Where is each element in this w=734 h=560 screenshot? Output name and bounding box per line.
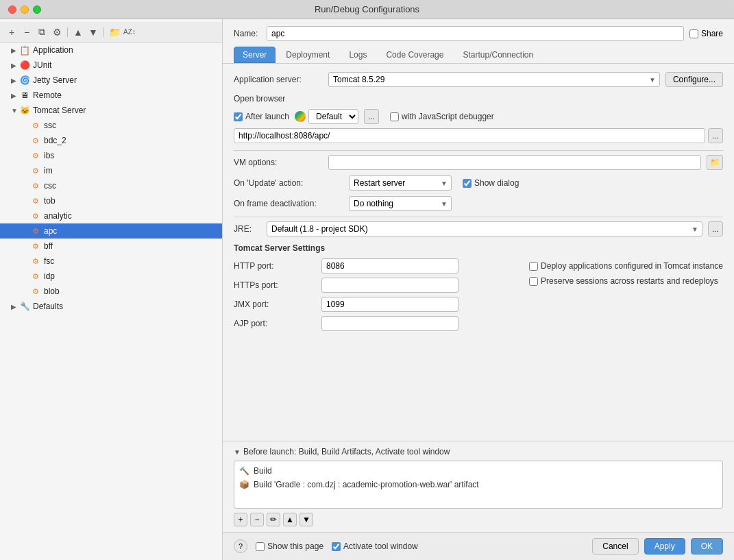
show-dialog-label: Show dialog (463, 178, 519, 188)
sidebar-item-jetty[interactable]: ▶ 🌀 Jetty Server (0, 73, 222, 88)
titlebar: Run/Debug Configurations (0, 0, 734, 19)
show-page-label: Show this page (256, 541, 323, 551)
url-options-button[interactable]: ... (708, 128, 723, 143)
sidebar-item-blob[interactable]: ⚙ blob (0, 284, 222, 299)
on-frame-row: On frame deactivation: Do nothing ▼ (234, 196, 723, 211)
preserve-sessions-label: Preserve sessions across restarts and re… (529, 276, 723, 286)
sidebar-item-idp[interactable]: ⚙ idp (0, 269, 222, 284)
before-launch-up-button[interactable]: ▲ (283, 513, 297, 526)
url-input[interactable] (234, 128, 705, 143)
jmx-port-input[interactable] (321, 297, 458, 312)
show-dialog-checkbox[interactable] (463, 179, 472, 188)
sidebar-item-bdc2[interactable]: ⚙ bdc_2 (0, 133, 222, 148)
share-checkbox[interactable] (689, 29, 698, 38)
sidebar-item-tob[interactable]: ⚙ tob (0, 193, 222, 208)
config-icon: ⚙ (30, 165, 41, 176)
app-server-select[interactable]: Tomcat 8.5.29 (328, 72, 660, 87)
folder-button[interactable]: 📁 (108, 26, 121, 38)
jre-options-button[interactable]: ... (708, 221, 723, 236)
deploy-apps-checkbox[interactable] (529, 262, 538, 271)
tomcat-settings-title: Tomcat Server Settings (234, 243, 723, 253)
after-launch-checkbox[interactable] (234, 112, 243, 121)
https-port-input[interactable] (321, 278, 458, 293)
move-down-button[interactable]: ▼ (87, 26, 99, 38)
tab-server[interactable]: Server (234, 47, 276, 63)
on-frame-select[interactable]: Do nothing (349, 196, 452, 211)
vm-options-folder-button[interactable]: 📁 (707, 155, 723, 170)
vm-options-row: VM options: 📁 (234, 155, 723, 170)
sidebar-item-defaults[interactable]: ▶ 🔧 Defaults (0, 299, 222, 314)
add-config-button[interactable]: + (5, 26, 18, 38)
move-up-button[interactable]: ▲ (72, 26, 84, 38)
sidebar-item-tomcat[interactable]: ▼ 🐱 Tomcat Server (0, 103, 222, 118)
defaults-icon: 🔧 (19, 301, 30, 312)
name-input[interactable] (267, 26, 684, 41)
jmx-port-label: JMX port: (234, 300, 316, 309)
sidebar-item-label: Jetty Server (33, 75, 77, 85)
remote-icon: 🖥 (19, 90, 30, 101)
sidebar-item-ibs[interactable]: ⚙ ibs (0, 148, 222, 163)
https-port-label: HTTPs port: (234, 280, 316, 290)
sidebar-item-apc[interactable]: ⚙ apc (0, 223, 222, 239)
after-launch-label: After launch (234, 112, 289, 121)
show-page-checkbox[interactable] (256, 542, 265, 551)
close-button[interactable] (8, 5, 16, 14)
open-browser-section-label: Open browser (234, 94, 723, 104)
sidebar-item-remote[interactable]: ▶ 🖥 Remote (0, 88, 222, 103)
tab-code-coverage[interactable]: Code Coverage (377, 47, 452, 63)
jre-row: JRE: Default (1.8 - project SDK) ▼ ... (234, 221, 723, 236)
on-frame-select-wrap: Do nothing ▼ (349, 196, 452, 211)
ok-button[interactable]: OK (691, 538, 723, 555)
sidebar-item-label: tob (44, 196, 56, 206)
http-port-input[interactable] (321, 258, 458, 273)
minimize-button[interactable] (21, 5, 29, 14)
on-update-row: On 'Update' action: Restart server ▼ Sho… (234, 175, 723, 191)
jre-select[interactable]: Default (1.8 - project SDK) (267, 221, 702, 236)
activate-tool-checkbox[interactable] (332, 542, 341, 551)
on-update-select[interactable]: Restart server (349, 175, 452, 191)
tab-startup-connection[interactable]: Startup/Connection (454, 47, 542, 63)
before-launch-down-button[interactable]: ▼ (299, 513, 313, 526)
browser-select-wrap: Default (295, 109, 358, 124)
maximize-button[interactable] (33, 5, 41, 14)
preserve-sessions-checkbox[interactable] (529, 277, 538, 286)
ports-section: HTTP port: HTTPs port: JMX port: (234, 258, 502, 335)
browser-options-button[interactable]: ... (364, 109, 379, 124)
before-launch-remove-button[interactable]: − (250, 513, 264, 526)
sidebar-item-bff[interactable]: ⚙ bff (0, 239, 222, 254)
cancel-button[interactable]: Cancel (592, 538, 638, 555)
sidebar-item-label: apc (44, 226, 57, 236)
sidebar-item-analytic[interactable]: ⚙ analytic (0, 208, 222, 223)
junit-icon: 🔴 (19, 60, 30, 71)
vm-options-input[interactable] (328, 155, 701, 170)
before-launch-edit-button[interactable]: ✏ (267, 513, 280, 526)
configure-button[interactable]: Configure... (665, 72, 723, 87)
jmx-port-row: JMX port: (234, 297, 502, 312)
sidebar-item-label: blob (44, 287, 60, 296)
help-button[interactable]: ? (234, 539, 247, 553)
config-icon: ⚙ (30, 241, 41, 252)
launch-item-build-artifact: 📦 Build 'Gradle : com.dzj : academic-pro… (238, 478, 718, 491)
tab-logs[interactable]: Logs (340, 47, 376, 63)
sidebar-item-im[interactable]: ⚙ im (0, 163, 222, 178)
http-port-label: HTTP port: (234, 261, 316, 271)
js-debugger-checkbox[interactable] (390, 112, 399, 121)
sidebar-item-fsc[interactable]: ⚙ fsc (0, 254, 222, 269)
tab-deployment[interactable]: Deployment (277, 47, 339, 63)
browser-select[interactable]: Default (308, 109, 358, 124)
sidebar-item-application[interactable]: ▶ 📋 Application (0, 42, 222, 58)
ajp-port-input[interactable] (321, 316, 458, 331)
apply-button[interactable]: Apply (644, 538, 685, 555)
sidebar-item-ssc[interactable]: ⚙ ssc (0, 118, 222, 133)
remove-config-button[interactable]: − (21, 26, 33, 38)
copy-config-button[interactable]: ⧉ (36, 26, 48, 38)
sidebar-item-junit[interactable]: ▶ 🔴 JUnit (0, 58, 222, 73)
sidebar-item-csc[interactable]: ⚙ csc (0, 178, 222, 193)
settings-button[interactable]: ⚙ (51, 26, 63, 38)
before-launch-list: 🔨 Build 📦 Build 'Gradle : com.dzj : acad… (234, 461, 723, 509)
before-launch-add-button[interactable]: + (234, 513, 247, 526)
vm-options-label: VM options: (234, 158, 323, 167)
sort-button[interactable]: AZ↕ (123, 26, 136, 38)
jetty-icon: 🌀 (19, 75, 30, 86)
js-debugger-text: with JavaScript debugger (402, 112, 494, 121)
